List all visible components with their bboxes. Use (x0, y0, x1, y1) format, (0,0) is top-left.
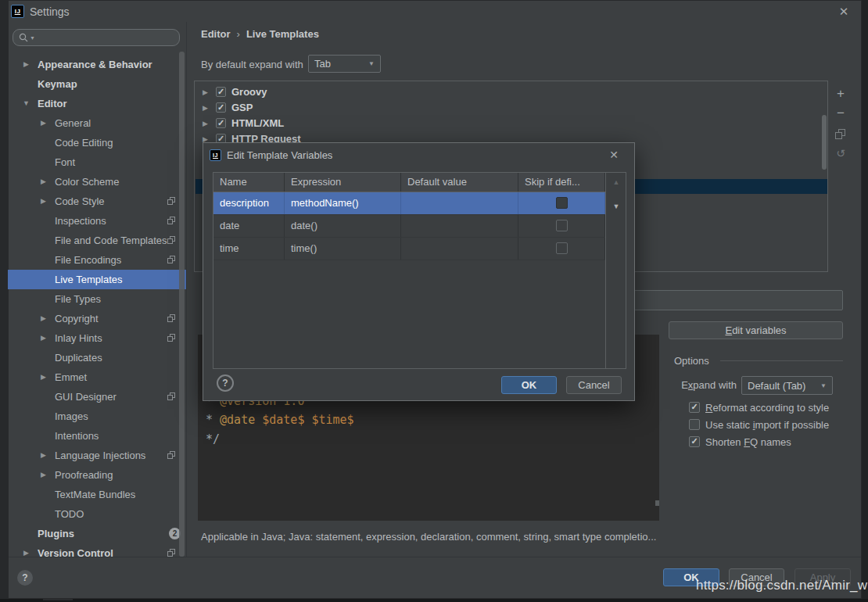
default-expand-select[interactable]: Tab ▼ (308, 55, 381, 73)
skip-if-defined-checkbox[interactable] (556, 197, 568, 209)
scroll-up-icon[interactable]: ▲ (606, 178, 626, 186)
variable-default-value[interactable] (401, 215, 518, 237)
option-use-static-import-if-possible[interactable]: Use static import if possible (689, 417, 829, 432)
variable-name[interactable]: description (213, 192, 285, 214)
variable-expression[interactable]: methodName() (285, 192, 401, 214)
sidebar-item-code-editing[interactable]: Code Editing (8, 133, 186, 152)
variable-default-value[interactable] (401, 192, 518, 214)
sidebar-item-plugins[interactable]: Plugins 2 (8, 524, 186, 543)
sidebar-item-emmet[interactable]: ▶ Emmet (8, 367, 186, 387)
sidebar-item-keymap[interactable]: Keymap (8, 74, 186, 94)
table-scrollbar[interactable]: ▲ ▼ (605, 173, 626, 368)
sidebar-item-gui-designer[interactable]: GUI Designer (8, 387, 186, 407)
tree-arrow-icon[interactable]: ▶ (39, 367, 48, 387)
sidebar-item-duplicates[interactable]: Duplicates (8, 348, 186, 367)
template-group-gsp[interactable]: ▶ ✓ GSP (195, 100, 827, 116)
variable-row-time[interactable]: time time() (213, 238, 605, 260)
tree-arrow-icon[interactable]: ▶ (39, 113, 48, 133)
revert-icon[interactable]: ↺ (834, 147, 848, 159)
template-group-checkbox[interactable]: ✓ (216, 118, 226, 128)
template-list-scrollbar[interactable] (822, 115, 827, 170)
tree-arrow-icon[interactable]: ▶ (39, 172, 48, 192)
editor-scrollbar[interactable] (655, 500, 659, 506)
sidebar-item-images[interactable]: Images (8, 407, 186, 426)
close-icon[interactable]: ✕ (835, 3, 852, 20)
column-skip-if-defined[interactable]: Skip if defi... (518, 173, 605, 192)
skip-if-defined-checkbox[interactable] (556, 220, 568, 231)
column-default-value[interactable]: Default value (401, 173, 518, 192)
sidebar-item-color-scheme[interactable]: ▶ Color Scheme (8, 172, 186, 192)
search-options-caret-icon[interactable]: ▼ (30, 35, 35, 41)
sidebar-item-live-templates[interactable]: Live Templates (8, 270, 186, 289)
tree-arrow-icon[interactable]: ▼ (22, 94, 30, 113)
sidebar-item-copyright[interactable]: ▶ Copyright (8, 309, 186, 328)
sidebar-item-proofreading[interactable]: ▶ Proofreading (8, 465, 186, 485)
options-group-line (720, 360, 843, 361)
tree-arrow-icon[interactable]: ▶ (22, 55, 30, 74)
tree-arrow-icon[interactable]: ▶ (39, 192, 48, 211)
skip-if-defined-checkbox[interactable] (556, 242, 568, 254)
variable-expression[interactable]: date() (285, 215, 401, 237)
expand-with-select[interactable]: Default (Tab) ▼ (741, 376, 833, 395)
variable-row-date[interactable]: date date() (213, 215, 605, 238)
variable-skip-cell[interactable] (518, 238, 605, 260)
tree-arrow-icon[interactable]: ▶ (39, 446, 48, 465)
sidebar-item-editor[interactable]: ▼ Editor (8, 94, 186, 113)
option-checkbox[interactable]: ✓ (689, 436, 700, 447)
duplicate-icon[interactable] (835, 129, 845, 139)
tree-arrow-icon[interactable]: ▶ (201, 116, 210, 131)
variable-default-value[interactable] (401, 238, 518, 260)
tree-arrow-icon[interactable]: ▶ (201, 100, 210, 116)
modal-help-icon[interactable]: ? (217, 374, 234, 392)
sidebar-item-todo[interactable]: TODO (8, 504, 186, 524)
sidebar-item-textmate-bundles[interactable]: TextMate Bundles (8, 485, 186, 504)
sidebar-item-inlay-hints[interactable]: ▶ Inlay Hints (8, 328, 186, 348)
sidebar-item-font[interactable]: Font (8, 152, 186, 172)
sidebar-item-code-style[interactable]: ▶ Code Style (8, 192, 186, 211)
scroll-down-icon[interactable]: ▼ (606, 202, 626, 210)
breadcrumb-editor[interactable]: Editor (201, 28, 231, 40)
template-group-html-xml[interactable]: ▶ ✓ HTML/XML (195, 116, 827, 131)
sidebar-item-file-encodings[interactable]: File Encodings (8, 250, 186, 270)
modal-cancel-button[interactable]: Cancel (566, 376, 622, 394)
option-checkbox[interactable]: ✓ (689, 402, 700, 413)
variable-row-description[interactable]: description methodName() (213, 192, 605, 215)
sidebar-item-file-and-code-templates[interactable]: File and Code Templates (8, 231, 186, 250)
sidebar-item-label: GUI Designer (55, 387, 117, 407)
tree-arrow-icon[interactable]: ▶ (39, 328, 48, 348)
variable-skip-cell[interactable] (518, 215, 605, 237)
sidebar-scrollbar[interactable] (179, 52, 185, 557)
sidebar-item-language-injections[interactable]: ▶ Language Injections (8, 446, 186, 465)
settings-search[interactable]: ▼ (13, 29, 180, 46)
column-expression[interactable]: Expression (285, 173, 401, 192)
remove-icon[interactable]: − (834, 106, 848, 120)
modal-ok-button[interactable]: OK (501, 376, 557, 394)
tree-arrow-icon[interactable]: ▶ (22, 543, 30, 557)
sidebar-item-appearance-behavior[interactable]: ▶ Appearance & Behavior (8, 55, 186, 74)
column-name[interactable]: Name (213, 173, 285, 192)
sidebar-item-intentions[interactable]: Intentions (8, 426, 186, 446)
variable-name[interactable]: time (213, 238, 285, 260)
tree-arrow-icon[interactable]: ▶ (39, 309, 48, 328)
variable-name[interactable]: date (213, 215, 285, 237)
modal-close-icon[interactable]: ✕ (605, 146, 622, 163)
help-icon[interactable]: ? (17, 570, 33, 586)
sidebar-item-general[interactable]: ▶ General (8, 113, 186, 133)
tree-arrow-icon[interactable]: ▶ (201, 84, 210, 100)
search-icon (19, 33, 28, 42)
add-icon[interactable]: + (834, 87, 848, 101)
option-shorten-fq-names[interactable]: ✓ Shorten FQ names (689, 434, 791, 450)
edit-variables-button[interactable]: Edit variables (669, 321, 843, 339)
template-group-groovy[interactable]: ▶ ✓ Groovy (195, 84, 827, 100)
template-group-checkbox[interactable]: ✓ (216, 102, 226, 113)
search-input[interactable] (37, 31, 178, 45)
variable-skip-cell[interactable] (518, 192, 605, 214)
sidebar-item-inspections[interactable]: Inspections (8, 211, 186, 231)
template-group-checkbox[interactable]: ✓ (216, 87, 226, 97)
variable-expression[interactable]: time() (285, 238, 401, 260)
option-checkbox[interactable] (689, 419, 700, 430)
tree-arrow-icon[interactable]: ▶ (39, 465, 48, 485)
sidebar-item-version-control[interactable]: ▶ Version Control (8, 543, 186, 557)
option-reformat-according-to-style[interactable]: ✓ Reformat according to style (689, 400, 829, 415)
sidebar-item-file-types[interactable]: File Types (8, 289, 186, 309)
